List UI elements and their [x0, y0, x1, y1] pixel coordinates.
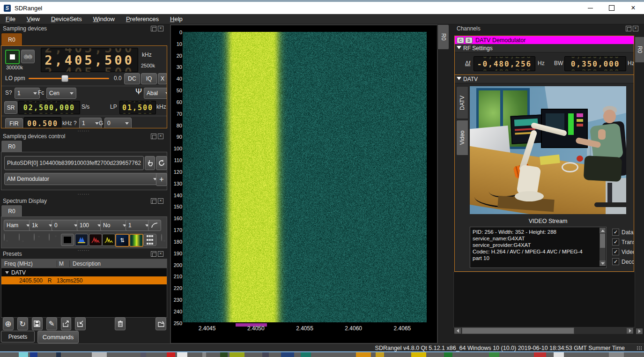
checkbox-data[interactable] — [612, 229, 619, 236]
ref-level-knob[interactable] — [4, 233, 5, 241]
taskbar-icon[interactable] — [376, 352, 384, 357]
taskbar-icon[interactable] — [609, 352, 624, 357]
checkbox-video[interactable] — [612, 248, 619, 255]
checkbox-transport[interactable] — [612, 238, 619, 245]
channel-settings-button[interactable]: S — [465, 37, 473, 44]
menu-devicesets[interactable]: DeviceSets — [45, 15, 88, 23]
taskbar-icon[interactable] — [56, 352, 61, 357]
lo-ppm-slider-track[interactable] — [29, 78, 109, 79]
tab-r0-spectrum[interactable]: R0 — [1, 205, 22, 217]
edit-preset-button[interactable]: ✎ — [46, 317, 57, 330]
iq-button[interactable]: IQ — [141, 73, 157, 84]
record-button[interactable]: ◎◎ — [21, 50, 35, 63]
tab-datv[interactable]: DATV — [456, 86, 468, 119]
menu-file[interactable]: File — [0, 15, 21, 23]
tabbar-scroll-right[interactable] — [636, 328, 643, 334]
close-dock-icon[interactable]: × — [158, 198, 163, 204]
taskbar-icon[interactable] — [301, 352, 311, 357]
fc-position-dropdown[interactable]: Cen — [46, 88, 76, 99]
taskbar-icon[interactable] — [411, 352, 426, 357]
resize-grip[interactable] — [637, 346, 642, 350]
fir-button[interactable]: FIR — [5, 118, 23, 128]
float-dock-icon[interactable] — [151, 251, 156, 257]
bw-dial[interactable]: 0,350,000 — [564, 56, 626, 71]
import-preset-button[interactable] — [75, 317, 86, 330]
tab-r0-control[interactable]: R0 — [1, 140, 22, 152]
delete-preset-button[interactable] — [115, 317, 126, 330]
new-preset-button[interactable]: ⊕ — [3, 317, 14, 330]
fir-taps-dropdown[interactable]: 1 — [79, 118, 102, 128]
gain-dropdown[interactable]: 0 — [104, 118, 132, 128]
preset-group-row[interactable]: DATV — [1, 268, 167, 276]
info-scrollbar[interactable] — [600, 228, 606, 266]
dc-button[interactable]: DC — [124, 73, 140, 84]
export-preset-button[interactable] — [61, 317, 72, 330]
channel-color-button[interactable]: C — [457, 37, 464, 44]
tab-r0-workspace[interactable]: R0 — [437, 24, 449, 50]
taskbar-icon[interactable] — [444, 352, 452, 357]
log-scale-button[interactable] — [148, 220, 161, 231]
start-stop-button[interactable] — [5, 50, 20, 64]
lo-ppm-slider-handle[interactable] — [61, 75, 68, 82]
info-scrollbar-thumb[interactable] — [600, 234, 605, 248]
tab-r0-sampling[interactable]: R0 — [1, 33, 22, 46]
reload-device-button[interactable] — [156, 156, 167, 170]
close-dock-icon[interactable]: × — [158, 251, 163, 257]
window-fn-dropdown[interactable]: No — [100, 220, 129, 231]
col-freq[interactable]: Freq (MHz) — [1, 260, 57, 267]
menu-help[interactable]: Help — [164, 15, 188, 23]
offset-knob[interactable] — [49, 233, 50, 241]
channel-title-bar[interactable]: C S DATV Demodulator — [455, 36, 634, 44]
device-selector-field[interactable]: PlutoSDR[0] 104400b839910003feff2700d239… — [4, 156, 144, 170]
float-dock-icon[interactable] — [151, 198, 156, 204]
waterfall-speed-knob[interactable] — [34, 233, 35, 241]
float-dock-icon[interactable] — [151, 26, 156, 31]
black-display-button[interactable] — [61, 234, 74, 246]
taskbar-icon[interactable] — [30, 352, 37, 357]
frequency-dial[interactable]: 2,405,500 — [41, 48, 138, 72]
tab-video[interactable]: Video — [456, 120, 468, 156]
preset-row-selected[interactable]: 2405.500 R 13cms250 — [1, 276, 167, 284]
spectrum-view-button[interactable] — [75, 234, 88, 246]
fir-bw-dial[interactable]: 00.500 — [24, 117, 61, 128]
taskbar-sliver[interactable] — [0, 352, 644, 357]
taskbar-icon[interactable] — [141, 352, 146, 357]
close-dock-icon[interactable]: × — [158, 26, 163, 31]
taskbar-icon[interactable] — [554, 352, 564, 357]
add-channel-button[interactable]: + — [156, 173, 167, 186]
update-preset-button[interactable]: ↻ — [17, 317, 28, 330]
taskbar-icon[interactable] — [534, 352, 546, 357]
taskbar-icon[interactable] — [281, 352, 294, 357]
tab-r0-channels[interactable]: R0 — [635, 37, 644, 63]
col-description[interactable]: Description — [70, 260, 101, 267]
taskbar-icon[interactable] — [220, 352, 228, 357]
rf-settings-header[interactable]: RF Settings — [455, 44, 634, 52]
range-knob[interactable] — [19, 233, 20, 241]
col-mode[interactable]: M — [57, 260, 70, 267]
minimize-button[interactable] — [579, 2, 601, 14]
antenna-dropdown[interactable]: Abal — [144, 88, 167, 99]
datv-section-header[interactable]: DATV — [455, 75, 634, 83]
checkbox-decode[interactable] — [612, 258, 619, 265]
stream-info-box[interactable]: PID: 256 - Width: 352 - Height: 288 serv… — [470, 227, 607, 268]
taskbar-icon[interactable] — [489, 352, 499, 357]
taskbar-icon[interactable] — [229, 352, 244, 357]
menu-preferences[interactable]: Preferences — [120, 15, 164, 23]
tab-commands[interactable]: Commands — [37, 331, 79, 343]
taskbar-icon[interactable] — [167, 352, 175, 357]
grid-button[interactable] — [143, 234, 156, 246]
taskbar-icon[interactable] — [19, 352, 28, 357]
menu-window[interactable]: Window — [88, 15, 120, 23]
waterfall-display[interactable] — [183, 32, 427, 322]
float-dock-icon[interactable] — [626, 26, 631, 31]
taskbar-icon[interactable] — [356, 352, 371, 357]
load-preset-button[interactable] — [155, 317, 166, 330]
max-hold-button[interactable] — [102, 234, 115, 246]
waterfall-invert-button[interactable]: ⇅ — [115, 234, 129, 247]
lp-dial[interactable]: 01,500 — [119, 101, 156, 114]
close-button[interactable]: × — [622, 2, 644, 14]
averaging-mode-dropdown[interactable]: Ham — [4, 220, 33, 231]
tree-expand-icon[interactable] — [5, 271, 9, 276]
tab-presets[interactable]: Presets — [1, 331, 35, 342]
delta-f-dial[interactable]: -0,480,256 — [474, 56, 535, 71]
